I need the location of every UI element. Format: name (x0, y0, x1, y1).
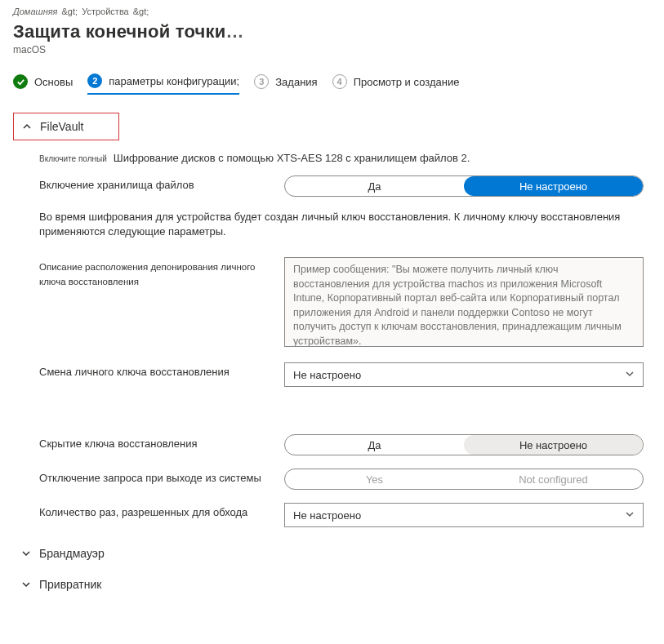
rotation-value: Не настроено (293, 369, 361, 381)
chevron-down-icon (625, 369, 635, 381)
page-title-text: Защита конечной точки (13, 21, 225, 42)
section-firewall-toggle[interactable]: Брандмауэр (13, 540, 651, 566)
disable-prompt-toggle[interactable]: Yes Not configured (284, 469, 644, 490)
step-config-label: параметры конфигурации; (109, 75, 239, 87)
section-filevault-toggle[interactable]: FileVault (13, 113, 119, 140)
escrow-desc-input[interactable] (284, 257, 644, 347)
breadcrumb: Домашняя &gt; Устройства &gt; (13, 7, 651, 16)
chevron-down-icon (21, 580, 31, 589)
page-title: Защита конечной точки… (13, 21, 651, 42)
step-review-label: Просмотр и создание (354, 76, 460, 88)
step-assignments-label: Задания (275, 76, 317, 88)
escrow-desc-label: Описание расположения депонирования личн… (39, 257, 268, 289)
hide-key-toggle[interactable]: Да Не настроено (284, 434, 644, 455)
enable-filevault-notconfigured[interactable]: Не настроено (464, 176, 643, 196)
bypass-select[interactable]: Не настроено (284, 503, 644, 527)
disable-prompt-yes[interactable]: Yes (285, 469, 464, 489)
step-config[interactable]: 2 параметры конфигурации; (87, 73, 239, 95)
breadcrumb-sep2: &gt; (133, 7, 149, 16)
enable-filevault-toggle[interactable]: Да Не настроено (284, 175, 644, 197)
rotation-select[interactable]: Не настроено (284, 362, 644, 387)
chevron-down-icon (21, 549, 31, 558)
chevron-down-icon (625, 509, 635, 522)
check-icon (13, 74, 28, 89)
enable-filevault-label: Включение хранилища файлов (39, 175, 268, 191)
section-gatekeeper-title: Привратник (39, 578, 101, 591)
step-number-3: 3 (254, 74, 269, 89)
step-review[interactable]: 4 Просмотр и создание (332, 74, 460, 94)
disable-prompt-label: Отключение запроса при выходе из системы (39, 469, 268, 484)
chevron-up-icon (22, 122, 32, 131)
step-basics[interactable]: Основы (13, 74, 73, 94)
step-basics-label: Основы (34, 76, 73, 88)
title-ellipsis: … (225, 21, 244, 42)
section-filevault-title: FileVault (40, 120, 83, 133)
hide-key-notconfigured[interactable]: Не настроено (464, 435, 643, 455)
filevault-desc: Шифрование дисков с помощью XTS-AES 128 … (114, 152, 470, 164)
filevault-body: Включите полный Шифрование дисков с помо… (13, 140, 651, 527)
page-subtitle: macOS (13, 44, 651, 56)
enable-filevault-yes[interactable]: Да (285, 176, 464, 196)
recovery-key-info: Во время шифрования для устройства будет… (39, 210, 627, 239)
breadcrumb-home[interactable]: Домашняя (13, 7, 57, 16)
step-assignments[interactable]: 3 Задания (254, 74, 317, 94)
breadcrumb-sep: &gt; (62, 7, 78, 16)
hide-key-yes[interactable]: Да (285, 435, 464, 455)
step-number-4: 4 (332, 74, 347, 89)
hide-key-label: Скрытие ключа восстановления (39, 434, 268, 450)
rotation-label: Смена личного ключа восстановления (39, 362, 268, 378)
wizard-stepper: Основы 2 параметры конфигурации; 3 Задан… (13, 73, 651, 95)
bypass-value: Не настроено (293, 509, 361, 522)
bypass-label: Количество раз, разрешенных для обхода (39, 503, 268, 518)
disable-prompt-notconfigured[interactable]: Not configured (464, 469, 643, 489)
section-firewall-title: Брандмауэр (39, 547, 105, 560)
step-number-2: 2 (87, 73, 102, 88)
breadcrumb-devices[interactable]: Устройства (82, 7, 129, 16)
section-gatekeeper-toggle[interactable]: Привратник (13, 571, 651, 597)
filevault-desc-prefix: Включите полный (39, 154, 107, 163)
